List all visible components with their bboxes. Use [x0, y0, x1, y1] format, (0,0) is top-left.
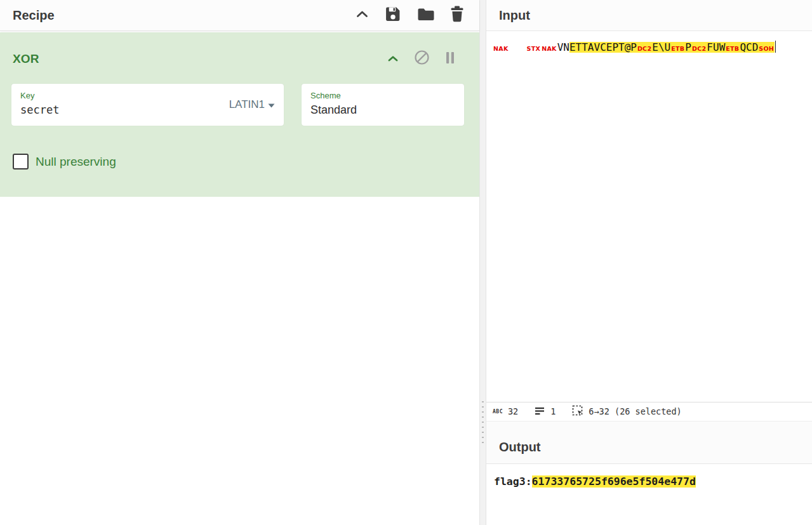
disable-icon [414, 50, 430, 68]
save-icon [385, 6, 401, 25]
input-line: NAKSTXNAKVNETTAVCEPT@PDC2E\UETBPDC2FUWET… [493, 39, 812, 57]
io-pane: Input NAKSTXNAKVNETTAVCEPT@PDC2E\UETBPDC… [486, 0, 812, 525]
cursor-position-value: 6→32 (26 selected) [589, 406, 681, 416]
disable-operation-button[interactable] [414, 50, 430, 68]
operation-fields: Key secret LATIN1 Scheme Standard [0, 68, 479, 126]
char-count-group: ABC 32 [493, 406, 518, 416]
collapse-operation-button[interactable] [387, 53, 399, 65]
output-line: flag3:61733765725f696e5f504e477d [494, 475, 812, 488]
scheme-select[interactable]: Standard [310, 103, 455, 117]
input-text: FUW [707, 41, 725, 53]
save-recipe-button[interactable] [385, 6, 401, 25]
control-char: ETB [670, 45, 685, 52]
input-title: Input [499, 8, 530, 23]
char-count-value: 32 [508, 406, 518, 416]
control-char: DC2 [691, 45, 707, 52]
input-text: P [685, 41, 691, 53]
output-highlighted-text: 61733765725f696e5f504e477d [532, 475, 696, 488]
recipe-header-icons [356, 6, 464, 25]
selected-text: ETTAVCEPT@PDC2E\UETBPDC2FUWETBQCDSOH [569, 42, 775, 53]
trash-icon [450, 6, 464, 25]
input-text: QCD [740, 41, 758, 53]
null-preserving-label: Null preserving [36, 155, 116, 169]
breakpoint-operation-button[interactable] [445, 51, 455, 67]
line-count-icon [535, 406, 545, 417]
key-encoding-dropdown[interactable]: LATIN1 [229, 98, 275, 111]
input-textarea[interactable]: NAKSTXNAKVNETTAVCEPT@PDC2E\UETBPDC2FUWET… [486, 31, 812, 402]
input-text: VN [557, 41, 569, 53]
output-area[interactable]: flag3:61733765725f696e5f504e477d [486, 465, 812, 525]
input-status-bar: ABC 32 1 6→32 (26 selected) [486, 402, 812, 420]
line-count-value: 1 [550, 406, 556, 416]
folder-icon [417, 7, 434, 24]
char-count-icon: ABC [493, 409, 503, 415]
output-plain-text: flag3: [494, 475, 532, 488]
scheme-field-label: Scheme [310, 91, 455, 100]
cursor-position-group: 6→32 (26 selected) [572, 405, 681, 418]
key-encoding-value: LATIN1 [229, 98, 265, 111]
recipe-header: Recipe [0, 0, 479, 31]
output-header: Output [486, 421, 812, 464]
control-char: ETB [725, 45, 740, 52]
null-preserving-row: Null preserving [0, 126, 479, 169]
load-recipe-button[interactable] [417, 7, 434, 24]
operation-title-row: XOR [0, 32, 479, 68]
selection-icon [572, 405, 583, 418]
clear-recipe-button[interactable] [450, 6, 464, 25]
scheme-field-box: Scheme Standard [302, 84, 464, 126]
key-field-box: Key secret LATIN1 [11, 84, 284, 126]
control-char: STX [526, 45, 542, 52]
input-text: E\U [652, 41, 670, 53]
collapse-recipe-button[interactable] [356, 10, 369, 21]
input-text: ETTAVCEPT@P [569, 41, 637, 53]
chevron-up-icon [356, 10, 369, 21]
control-char: NAK [493, 45, 509, 52]
control-char: DC2 [637, 45, 652, 52]
recipe-pane: Recipe [0, 0, 479, 525]
operation-name: XOR [13, 52, 387, 66]
control-char: SOH [758, 45, 775, 52]
null-preserving-checkbox[interactable] [13, 154, 29, 169]
chevron-up-icon [387, 53, 399, 65]
recipe-title: Recipe [13, 8, 356, 23]
chevron-down-icon [268, 98, 275, 111]
cyberchef-app: Recipe [0, 0, 812, 525]
line-count-group: 1 [535, 406, 556, 417]
input-header: Input [486, 0, 812, 31]
control-char: NAK [541, 45, 557, 52]
operation-icons [387, 50, 455, 68]
operation-xor[interactable]: XOR [0, 32, 479, 197]
text-cursor [775, 41, 776, 53]
splitter-grip [482, 401, 484, 447]
pause-icon [445, 51, 455, 67]
output-title: Output [499, 440, 541, 455]
pane-splitter[interactable] [479, 0, 486, 525]
